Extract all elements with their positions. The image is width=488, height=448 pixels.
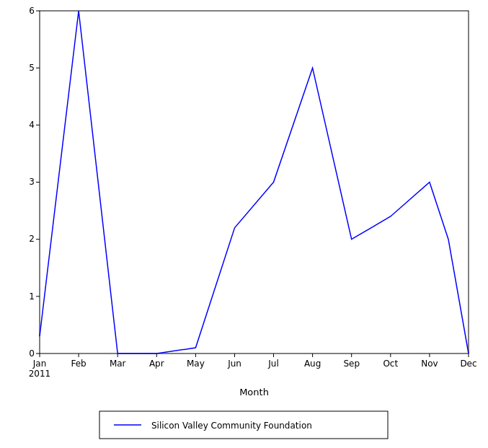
- y-tick-4: 4: [29, 120, 35, 130]
- x-tick-aug: Aug: [304, 359, 321, 369]
- y-tick-5: 5: [29, 63, 35, 73]
- x-axis-label: Month: [239, 387, 269, 398]
- x-tick-apr: Apr: [149, 359, 164, 369]
- x-tick-jul: Jul: [267, 359, 278, 369]
- x-tick-feb: Feb: [71, 359, 86, 369]
- x-tick-may: May: [187, 359, 205, 369]
- x-tick-sep: Sep: [343, 359, 360, 369]
- x-tick-2011: 2011: [29, 369, 51, 379]
- x-tick-jan: Jan: [32, 359, 47, 369]
- y-tick-0: 0: [29, 348, 35, 359]
- y-tick-6: 6: [29, 6, 35, 16]
- y-tick-3: 3: [29, 177, 35, 187]
- y-tick-2: 2: [29, 234, 35, 244]
- x-tick-mar: Mar: [110, 359, 126, 369]
- chart-border: [40, 11, 469, 353]
- x-tick-dec: Dec: [460, 359, 476, 369]
- legend-label: Silicon Valley Community Foundation: [151, 421, 312, 431]
- x-tick-oct: Oct: [383, 359, 398, 369]
- x-tick-nov: Nov: [421, 359, 438, 369]
- x-tick-jun: Jun: [227, 359, 241, 369]
- line-chart: 0 1 2 3 4 5 6 Jan 2011 Feb Mar Apr May J…: [0, 0, 488, 448]
- chart-container: 0 1 2 3 4 5 6 Jan 2011 Feb Mar Apr May J…: [0, 0, 488, 448]
- y-tick-1: 1: [29, 291, 35, 302]
